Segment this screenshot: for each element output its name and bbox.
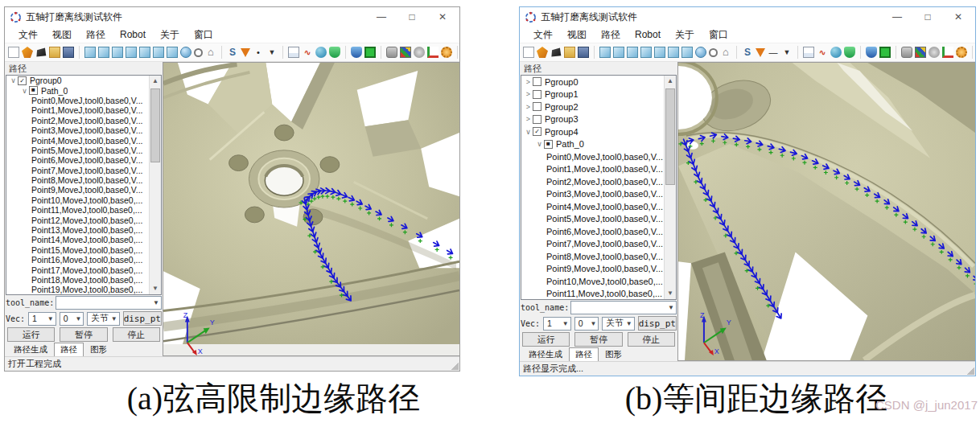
scroll-up-icon[interactable]: ▲ — [150, 76, 161, 87]
expand-icon[interactable]: > — [524, 90, 533, 98]
calibration-grid-icon[interactable] — [400, 47, 411, 58]
tree-item-Point10[interactable]: Point10,MoveJ,tool0,base0,... — [521, 275, 664, 288]
gear-icon[interactable] — [441, 47, 452, 58]
close-button[interactable]: ✕ — [437, 11, 448, 23]
checkbox-partial[interactable]: ■ — [544, 140, 553, 149]
view-top-icon[interactable] — [153, 47, 164, 58]
tree-item-Point10[interactable]: Point10,MoveJ,tool0,base0,... — [6, 195, 149, 205]
tree-item-Point4[interactable]: Point4,MoveJ,tool0,base0,V... — [521, 200, 664, 213]
maximize-button[interactable]: □ — [922, 11, 933, 23]
tree-item-Pgroup1[interactable]: >Pgroup1 — [521, 88, 664, 101]
tree-item-Path_0[interactable]: ∨■Path_0 — [6, 85, 149, 95]
export-model-icon[interactable] — [35, 47, 47, 58]
tree-item-Pgroup0[interactable]: ∨✓Pgroup0 — [6, 76, 149, 85]
gear-icon[interactable] — [956, 47, 967, 58]
resize-grip[interactable] — [450, 361, 459, 370]
view-bottom-icon[interactable] — [167, 47, 178, 58]
simulate-globe-icon[interactable] — [830, 47, 842, 58]
tab-1[interactable]: 路径 — [569, 347, 599, 361]
tab-0[interactable]: 路径生成 — [7, 343, 54, 356]
tree-item-Point4[interactable]: Point4,MoveJ,tool0,base0,V... — [6, 135, 149, 145]
tree-item-Point11[interactable]: Point11,MoveJ,tool0,base0,... — [521, 288, 664, 301]
joint-combo[interactable]: 关节▼ — [87, 312, 119, 326]
tool-name-combo[interactable]: ▼ — [570, 301, 677, 314]
collapse-icon[interactable]: ∨ — [535, 140, 544, 148]
expand-icon[interactable]: > — [524, 115, 533, 123]
menu-item-0[interactable]: 文件 — [526, 28, 560, 42]
tool-name-combo[interactable]: ▼ — [56, 296, 162, 310]
resize-grip[interactable] — [966, 366, 974, 375]
expand-icon[interactable]: > — [524, 103, 533, 111]
rotate-gesture-icon[interactable]: S — [227, 47, 238, 58]
zoom-icon[interactable] — [194, 48, 203, 57]
view-sphere-icon[interactable] — [695, 47, 706, 58]
title-bar[interactable]: 五轴打磨离线测试软件 — □ ✕ — [5, 7, 459, 27]
tree-item-Point2[interactable]: Point2,MoveJ,tool0,base0,V... — [521, 175, 664, 188]
check-shield-icon[interactable] — [329, 47, 340, 58]
tree-item-Point8[interactable]: Point8,MoveJ,tool0,base0,V... — [6, 175, 149, 185]
pause-button[interactable]: 暂停 — [574, 332, 622, 347]
scroll-down-icon[interactable]: ▼ — [150, 283, 161, 294]
pause-button[interactable]: 暂停 — [60, 327, 107, 342]
view-iso-icon[interactable] — [84, 47, 96, 58]
view-front-icon[interactable] — [613, 47, 624, 58]
tree-item-Point16[interactable]: Point16,MoveJ,tool0,base0,... — [6, 255, 149, 265]
scrollbar-thumb[interactable] — [665, 88, 675, 185]
collapse-icon[interactable]: ∨ — [524, 128, 533, 136]
frame-axes-icon[interactable] — [942, 47, 953, 58]
open-folder-icon[interactable] — [564, 47, 575, 58]
point-dash-icon[interactable]: — — [768, 47, 779, 58]
home-icon[interactable]: ⌂ — [720, 47, 731, 58]
tree-item-Point6[interactable]: Point6,MoveJ,tool0,base0,V... — [521, 225, 664, 238]
collapse-icon[interactable]: ∨ — [9, 76, 18, 84]
tree-scrollbar[interactable]: ▲ ▼ — [149, 76, 161, 294]
path-zigzag-icon[interactable]: ∿ — [817, 47, 828, 58]
viewport-3d[interactable]: Z Y X — [677, 62, 975, 361]
tree-item-Point11[interactable]: Point11,MoveJ,tool0,base0,... — [6, 205, 149, 215]
menu-item-2[interactable]: 路径 — [594, 28, 628, 42]
tree-item-Pgroup2[interactable]: >Pgroup2 — [521, 101, 664, 113]
tree-item-Point18[interactable]: Point18,MoveJ,tool0,base0,... — [6, 275, 149, 285]
view-back-icon[interactable] — [112, 47, 123, 58]
close-button[interactable]: ✕ — [953, 11, 964, 23]
report-icon[interactable] — [803, 47, 814, 58]
menu-item-5[interactable]: 窗口 — [702, 28, 735, 42]
export-model-icon[interactable] — [550, 47, 562, 58]
import-model-icon[interactable] — [22, 47, 33, 58]
menu-item-1[interactable]: 视图 — [45, 28, 79, 42]
checkbox-unchecked[interactable] — [533, 102, 541, 111]
vec-combo-2[interactable]: 0▼ — [60, 312, 84, 326]
tree-item-Point0[interactable]: Point0,MoveJ,tool0,base0,V... — [521, 150, 664, 163]
save-icon[interactable] — [63, 47, 74, 58]
checkbox-unchecked[interactable] — [533, 90, 541, 99]
tree-item-Point9[interactable]: Point9,MoveJ,tool0,base0,V... — [6, 185, 149, 195]
tab-2[interactable]: 图形 — [599, 347, 628, 361]
teach-pendant-icon[interactable] — [879, 47, 891, 58]
menu-item-0[interactable]: 文件 — [11, 28, 45, 42]
tree-item-Point7[interactable]: Point7,MoveJ,tool0,base0,V... — [6, 166, 149, 175]
tree-item-Pgroup4[interactable]: ∨✓Pgroup4 — [521, 125, 664, 138]
orient-cone-icon[interactable] — [241, 48, 250, 57]
dropdown-icon[interactable]: ▼ — [781, 47, 793, 58]
report-icon[interactable] — [288, 47, 299, 58]
tree-item-Point19[interactable]: Point19,MoveJ,tool0,base0,... — [6, 285, 149, 294]
teach-pendant-icon[interactable] — [364, 47, 376, 58]
frame-axes-icon[interactable] — [427, 47, 439, 58]
vec-combo-2[interactable]: 0▼ — [574, 317, 599, 331]
tree-item-Point12[interactable]: Point12,MoveJ,tool0,base0,... — [6, 215, 149, 224]
tree-item-Point13[interactable]: Point13,MoveJ,tool0,base0,... — [6, 225, 149, 235]
rotate-gesture-icon[interactable]: S — [742, 47, 753, 58]
tree-scrollbar[interactable]: ▲ ▼ — [664, 76, 676, 299]
tree-item-Point1[interactable]: Point1,MoveJ,tool0,base0,V... — [521, 163, 664, 176]
view-bottom-icon[interactable] — [681, 47, 693, 58]
path-zigzag-icon[interactable]: ∿ — [302, 47, 313, 58]
menu-item-4[interactable]: 关于 — [153, 28, 187, 42]
save-icon[interactable] — [578, 47, 589, 58]
menu-item-3[interactable]: Robot — [113, 29, 153, 40]
joint-combo[interactable]: 关节▼ — [602, 317, 634, 331]
tree-item-Point8[interactable]: Point8,MoveJ,tool0,base0,V... — [521, 250, 664, 263]
disp-pt-button[interactable]: disp_pt — [638, 316, 677, 331]
orient-cone-icon[interactable] — [756, 48, 765, 57]
tree-item-Pgroup0[interactable]: >Pgroup0 — [521, 76, 664, 88]
minimize-button[interactable]: — — [891, 11, 903, 23]
